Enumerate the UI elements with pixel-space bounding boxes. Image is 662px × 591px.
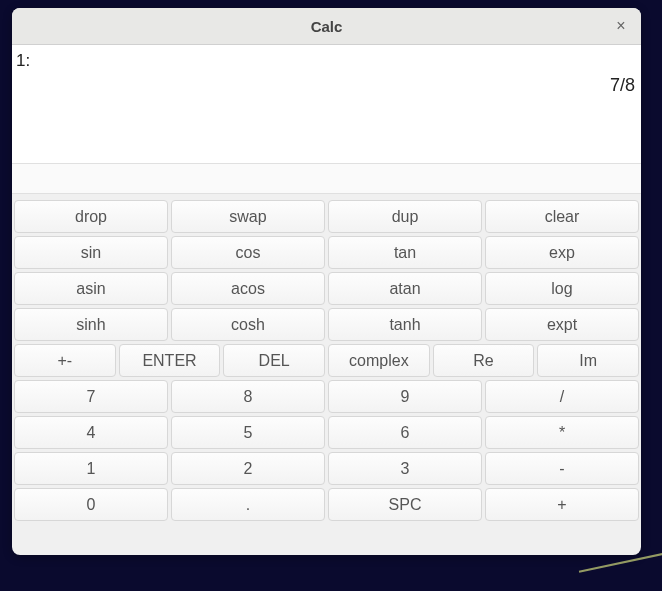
minus-button[interactable]: - — [485, 452, 639, 485]
digit-9-button[interactable]: 9 — [328, 380, 482, 413]
close-icon[interactable]: × — [611, 16, 631, 36]
re-button[interactable]: Re — [433, 344, 535, 377]
clear-button[interactable]: clear — [485, 200, 639, 233]
row-arc-trig: asin acos atan log — [14, 272, 639, 305]
stack-top-value: 7/8 — [610, 75, 635, 96]
sinh-button[interactable]: sinh — [14, 308, 168, 341]
drop-button[interactable]: drop — [14, 200, 168, 233]
dup-button[interactable]: dup — [328, 200, 482, 233]
stack-display: 1: 7/8 — [12, 45, 641, 163]
plus-button[interactable]: + — [485, 488, 639, 521]
digit-5-button[interactable]: 5 — [171, 416, 325, 449]
row-hyperbolic: sinh cosh tanh expt — [14, 308, 639, 341]
expt-button[interactable]: expt — [485, 308, 639, 341]
digit-0-button[interactable]: 0 — [14, 488, 168, 521]
cosh-button[interactable]: cosh — [171, 308, 325, 341]
digit-4-button[interactable]: 4 — [14, 416, 168, 449]
del-button[interactable]: DEL — [223, 344, 325, 377]
titlebar: Calc × — [12, 8, 641, 45]
digit-6-button[interactable]: 6 — [328, 416, 482, 449]
row-digits-123: 1 2 3 - — [14, 452, 639, 485]
exp-button[interactable]: exp — [485, 236, 639, 269]
keypad: drop swap dup clear sin cos tan exp asin… — [12, 200, 641, 525]
cos-button[interactable]: cos — [171, 236, 325, 269]
digit-7-button[interactable]: 7 — [14, 380, 168, 413]
enter-button[interactable]: ENTER — [119, 344, 221, 377]
acos-button[interactable]: acos — [171, 272, 325, 305]
input-field[interactable] — [12, 163, 641, 194]
atan-button[interactable]: atan — [328, 272, 482, 305]
digit-2-button[interactable]: 2 — [171, 452, 325, 485]
row-trig: sin cos tan exp — [14, 236, 639, 269]
multiply-button[interactable]: * — [485, 416, 639, 449]
swap-button[interactable]: swap — [171, 200, 325, 233]
negate-button[interactable]: +- — [14, 344, 116, 377]
complex-button[interactable]: complex — [328, 344, 430, 377]
row-digits-789: 7 8 9 / — [14, 380, 639, 413]
digit-8-button[interactable]: 8 — [171, 380, 325, 413]
row-digits-456: 4 5 6 * — [14, 416, 639, 449]
calc-window: Calc × 1: 7/8 drop swap dup clear sin co… — [12, 8, 641, 555]
row-stack-ops: drop swap dup clear — [14, 200, 639, 233]
background-decor — [579, 552, 662, 591]
decimal-button[interactable]: . — [171, 488, 325, 521]
digit-3-button[interactable]: 3 — [328, 452, 482, 485]
sin-button[interactable]: sin — [14, 236, 168, 269]
digit-1-button[interactable]: 1 — [14, 452, 168, 485]
row-digits-0: 0 . SPC + — [14, 488, 639, 521]
asin-button[interactable]: asin — [14, 272, 168, 305]
divide-button[interactable]: / — [485, 380, 639, 413]
im-button[interactable]: Im — [537, 344, 639, 377]
stack-index-label: 1: — [16, 51, 30, 71]
tanh-button[interactable]: tanh — [328, 308, 482, 341]
spc-button[interactable]: SPC — [328, 488, 482, 521]
log-button[interactable]: log — [485, 272, 639, 305]
window-title: Calc — [311, 18, 343, 35]
tan-button[interactable]: tan — [328, 236, 482, 269]
row-entry-ops: +- ENTER DEL complex Re Im — [14, 344, 639, 377]
